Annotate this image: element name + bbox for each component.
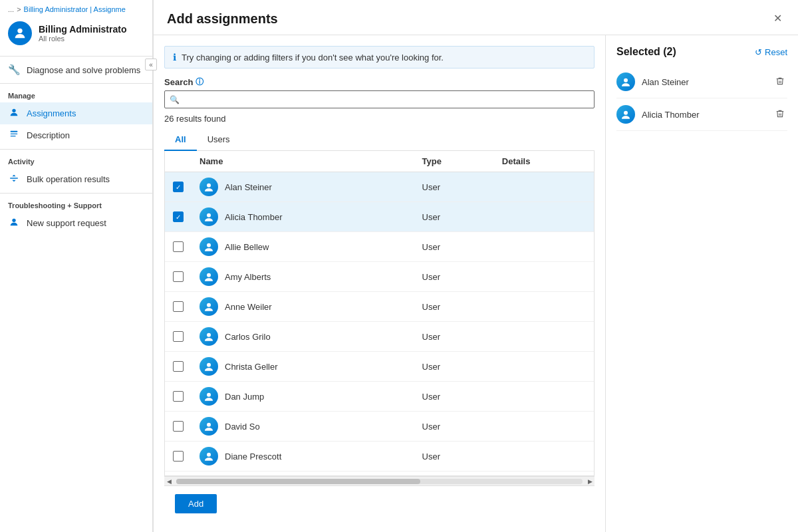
svg-point-12 [207,333,211,337]
description-label: Description [27,130,70,140]
user-name: Amy Alberts [225,272,271,282]
table-row[interactable]: Carlos GriloUser [165,322,594,352]
scroll-right-arrow[interactable]: ▶ [585,477,595,486]
svg-point-15 [207,423,211,427]
svg-rect-3 [11,134,18,134]
description-icon [8,129,20,142]
table-row[interactable]: Diane PrescottUser [165,442,594,471]
user-name: Alan Steiner [225,182,272,192]
table-row[interactable]: Allie BellewUser [165,232,594,262]
table-header-row: Name Type Details [165,151,594,172]
scroll-track[interactable] [176,479,583,484]
remove-selected-button[interactable] [773,75,787,89]
avatar [8,21,32,45]
remove-selected-button[interactable] [773,108,787,122]
selected-item: Alicia Thomber [616,98,787,131]
table-row[interactable]: ✓Alicia ThomberUser [165,202,594,232]
user-name: Christa Geller [225,362,277,372]
row-checkbox[interactable] [173,241,184,252]
col-checkbox [165,151,192,172]
reset-button[interactable]: ↺ Reset [755,47,787,57]
row-checkbox[interactable] [173,421,184,432]
user-details-cell [494,172,594,202]
table-row[interactable]: ✓Alan SteinerUser [165,172,594,202]
row-checkbox[interactable] [173,361,184,372]
svg-point-1 [12,109,15,112]
sidebar-collapse-button[interactable]: « [145,59,157,70]
search-section: Search ⓘ 🔍 [164,76,595,108]
user-name-cell: Amy Alberts [192,262,414,292]
sidebar-item-assignments[interactable]: Assignments [0,102,152,124]
modal-title: Add assignments [167,11,278,27]
svg-point-10 [207,273,211,277]
row-checkbox[interactable] [173,451,184,462]
row-checkbox[interactable]: ✓ [173,211,184,222]
scroll-left-arrow[interactable]: ◀ [164,477,174,486]
profile-info: Billing Administrato All roles [39,24,126,43]
svg-point-11 [207,303,211,307]
user-name: David So [225,422,260,432]
row-checkbox[interactable] [173,331,184,342]
users-table-container[interactable]: Name Type Details ✓Alan SteinerUser✓Alic… [164,151,595,476]
tab-all[interactable]: All [164,129,197,151]
row-checkbox[interactable] [173,391,184,402]
user-avatar [200,237,218,256]
svg-point-6 [12,219,15,222]
user-avatar [200,267,218,286]
user-name-cell: Alicia Thomber [192,202,414,232]
user-name-cell: Christa Geller [192,352,414,382]
results-count: 26 results found [164,114,595,124]
close-button[interactable]: ✕ [771,11,785,27]
row-checkbox[interactable] [173,301,184,312]
sidebar-profile: Billing Administrato All roles [0,16,152,53]
reset-label: Reset [765,47,787,57]
user-avatar [200,327,218,346]
add-button[interactable]: Add [175,494,217,513]
main-content: Add assignments ✕ ℹ Try changing or addi… [153,0,798,532]
user-type-cell: User [414,232,494,262]
sidebar-item-bulk[interactable]: Bulk operation results [0,168,152,190]
modal-footer: Add [164,485,595,521]
help-icon[interactable]: ⓘ [196,76,203,88]
sidebar-item-support[interactable]: New support request [0,212,152,234]
selected-item-name: Alicia Thomber [642,110,766,120]
tab-users[interactable]: Users [197,129,241,151]
user-type-cell: User [414,412,494,442]
selected-item-name: Alan Steiner [642,77,766,87]
horizontal-scrollbar[interactable]: ◀ ▶ [164,476,595,485]
user-details-cell [494,202,594,232]
user-avatar [200,447,218,466]
svg-point-8 [207,213,211,217]
users-table: Name Type Details ✓Alan SteinerUser✓Alic… [165,151,594,471]
table-row[interactable]: Anne WeilerUser [165,292,594,322]
modal-body: ℹ Try changing or adding filters if you … [154,35,798,532]
user-avatar [200,387,218,406]
user-name: Diane Prescott [225,452,281,462]
row-checkbox[interactable] [173,271,184,282]
user-type-cell: User [414,292,494,322]
row-checkbox[interactable]: ✓ [173,182,184,192]
sidebar-item-description[interactable]: Description [0,124,152,146]
info-banner-text: Try changing or adding filters if you do… [182,53,444,63]
user-name-cell: Anne Weiler [192,292,414,322]
user-type-cell: User [414,352,494,382]
table-row[interactable]: David SoUser [165,412,594,442]
divider-manage [0,83,152,84]
search-input[interactable] [165,91,594,108]
profile-title: Billing Administrato [39,24,126,35]
info-icon: ℹ [173,52,176,63]
breadcrumb-link[interactable]: Billing Administrator | Assignme [24,5,126,13]
table-row[interactable]: Dan JumpUser [165,382,594,412]
scroll-thumb[interactable] [176,479,420,484]
selected-item: Alan Steiner [616,66,787,98]
col-details: Details [494,151,594,172]
svg-point-18 [624,111,628,115]
table-row[interactable]: Christa GellerUser [165,352,594,382]
tabs-bar: All Users [164,129,595,151]
user-details-cell [494,352,594,382]
table-row[interactable]: Amy AlbertsUser [165,262,594,292]
assignments-icon [8,107,20,120]
user-name: Anne Weiler [225,302,272,312]
sidebar-item-diagnose[interactable]: 🔧 Diagnose and solve problems [0,59,152,80]
selected-user-avatar [616,105,635,124]
